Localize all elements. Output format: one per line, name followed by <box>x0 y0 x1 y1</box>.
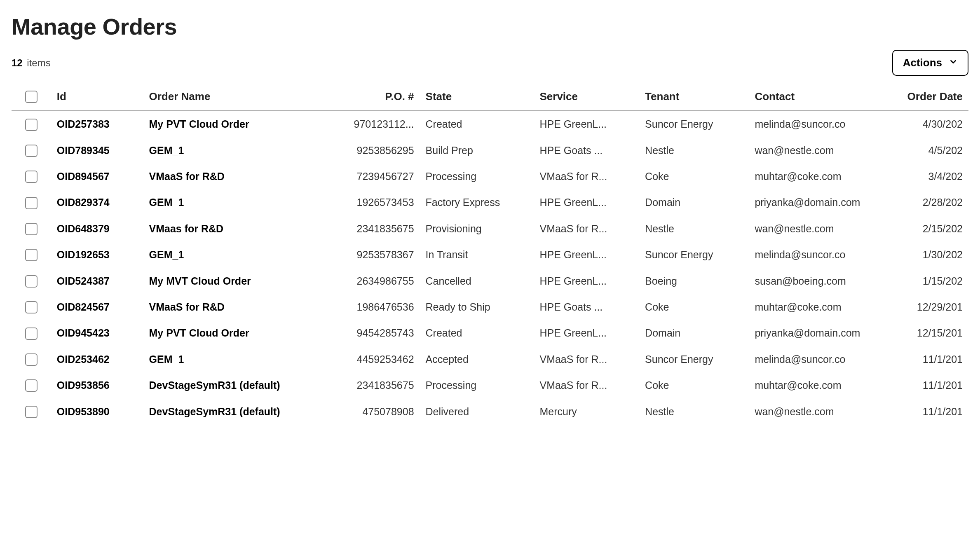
cell-state: In Transit <box>420 242 534 268</box>
cell-po: 9253856295 <box>332 138 420 164</box>
row-select-cell <box>12 346 51 372</box>
cell-order-name: My PVT Cloud Order <box>143 320 332 346</box>
table-row[interactable]: OID829374GEM_11926573453Factory ExpressH… <box>12 189 968 215</box>
table-row[interactable]: OID894567VMaaS for R&D7239456727Processi… <box>12 164 968 189</box>
col-order-date[interactable]: Order Date <box>894 83 968 111</box>
cell-contact: melinda@suncor.co <box>749 111 893 137</box>
table-row[interactable]: OID253462GEM_14459253462AcceptedVMaaS fo… <box>12 346 968 372</box>
cell-service: HPE GreenL... <box>534 189 639 215</box>
cell-order-date: 2/28/202 <box>894 189 968 215</box>
cell-id: OID953890 <box>51 398 143 424</box>
cell-order-name: My PVT Cloud Order <box>143 111 332 137</box>
cell-order-name: GEM_1 <box>143 346 332 372</box>
toolbar: 12 items Actions <box>12 50 968 76</box>
table-row[interactable]: OID524387My MVT Cloud Order2634986755Can… <box>12 268 968 294</box>
col-id[interactable]: Id <box>51 83 143 111</box>
cell-po: 2634986755 <box>332 268 420 294</box>
col-order-name[interactable]: Order Name <box>143 83 332 111</box>
table-row[interactable]: OID953890DevStageSymR31 (default)4750789… <box>12 398 968 424</box>
row-checkbox[interactable] <box>25 119 38 131</box>
row-checkbox[interactable] <box>25 249 38 261</box>
cell-state: Delivered <box>420 398 534 424</box>
table-row[interactable]: OID648379VMaas for R&D2341835675Provisio… <box>12 216 968 242</box>
col-service[interactable]: Service <box>534 83 639 111</box>
table-row[interactable]: OID953856DevStageSymR31 (default)2341835… <box>12 372 968 398</box>
row-checkbox[interactable] <box>25 275 38 288</box>
row-checkbox[interactable] <box>25 353 38 366</box>
cell-tenant: Suncor Energy <box>639 346 749 372</box>
cell-id: OID829374 <box>51 189 143 215</box>
cell-tenant: Coke <box>639 372 749 398</box>
cell-id: OID894567 <box>51 164 143 189</box>
table-row[interactable]: OID824567VMaaS for R&D1986476536Ready to… <box>12 294 968 320</box>
cell-order-date: 12/29/201 <box>894 294 968 320</box>
row-select-cell <box>12 294 51 320</box>
cell-po: 9454285743 <box>332 320 420 346</box>
row-checkbox[interactable] <box>25 301 38 313</box>
row-checkbox[interactable] <box>25 145 38 157</box>
row-select-cell <box>12 372 51 398</box>
cell-contact: muhtar@coke.com <box>749 372 893 398</box>
cell-order-name: GEM_1 <box>143 138 332 164</box>
cell-contact: susan@boeing.com <box>749 268 893 294</box>
cell-contact: wan@nestle.com <box>749 398 893 424</box>
cell-state: Created <box>420 320 534 346</box>
row-select-cell <box>12 268 51 294</box>
cell-po: 1926573453 <box>332 189 420 215</box>
table-row[interactable]: OID257383My PVT Cloud Order970123112...C… <box>12 111 968 137</box>
cell-order-date: 11/1/201 <box>894 346 968 372</box>
cell-state: Processing <box>420 164 534 189</box>
row-checkbox[interactable] <box>25 327 38 340</box>
item-count: 12 items <box>12 57 51 69</box>
row-select-cell <box>12 189 51 215</box>
table-row[interactable]: OID945423My PVT Cloud Order9454285743Cre… <box>12 320 968 346</box>
cell-contact: priyanka@domain.com <box>749 320 893 346</box>
manage-orders-page: Manage Orders 12 items Actions Id Order … <box>0 0 980 441</box>
cell-state: Accepted <box>420 346 534 372</box>
cell-tenant: Suncor Energy <box>639 111 749 137</box>
row-checkbox[interactable] <box>25 406 38 418</box>
cell-service: VMaaS for R... <box>534 164 639 189</box>
cell-order-date: 2/15/202 <box>894 216 968 242</box>
row-select-cell <box>12 111 51 137</box>
cell-service: HPE GreenL... <box>534 242 639 268</box>
row-checkbox[interactable] <box>25 171 38 183</box>
actions-label: Actions <box>903 56 942 69</box>
col-state[interactable]: State <box>420 83 534 111</box>
row-select-cell <box>12 398 51 424</box>
row-select-cell <box>12 164 51 189</box>
col-contact[interactable]: Contact <box>749 83 893 111</box>
cell-service: VMaaS for R... <box>534 216 639 242</box>
col-po[interactable]: P.O. # <box>332 83 420 111</box>
cell-service: Mercury <box>534 398 639 424</box>
row-checkbox[interactable] <box>25 379 38 392</box>
cell-po: 970123112... <box>332 111 420 137</box>
item-count-suffix: items <box>24 57 51 68</box>
select-all-checkbox[interactable] <box>25 91 38 103</box>
cell-id: OID253462 <box>51 346 143 372</box>
cell-contact: muhtar@coke.com <box>749 164 893 189</box>
actions-dropdown[interactable]: Actions <box>892 50 968 76</box>
cell-service: HPE GreenL... <box>534 320 639 346</box>
cell-order-name: VMaas for R&D <box>143 216 332 242</box>
table-row[interactable]: OID192653GEM_19253578367In TransitHPE Gr… <box>12 242 968 268</box>
row-checkbox[interactable] <box>25 197 38 209</box>
cell-order-date: 4/5/202 <box>894 138 968 164</box>
cell-id: OID524387 <box>51 268 143 294</box>
row-checkbox[interactable] <box>25 223 38 235</box>
col-tenant[interactable]: Tenant <box>639 83 749 111</box>
cell-service: HPE Goats ... <box>534 138 639 164</box>
cell-state: Cancelled <box>420 268 534 294</box>
cell-order-name: VMaaS for R&D <box>143 164 332 189</box>
cell-order-date: 1/30/202 <box>894 242 968 268</box>
cell-tenant: Boeing <box>639 268 749 294</box>
cell-tenant: Nestle <box>639 398 749 424</box>
cell-contact: priyanka@domain.com <box>749 189 893 215</box>
cell-service: VMaaS for R... <box>534 346 639 372</box>
cell-order-name: My MVT Cloud Order <box>143 268 332 294</box>
cell-tenant: Coke <box>639 164 749 189</box>
cell-order-date: 11/1/201 <box>894 372 968 398</box>
table-row[interactable]: OID789345GEM_19253856295Build PrepHPE Go… <box>12 138 968 164</box>
cell-service: VMaaS for R... <box>534 372 639 398</box>
orders-table: Id Order Name P.O. # State Service Tenan… <box>12 83 968 425</box>
